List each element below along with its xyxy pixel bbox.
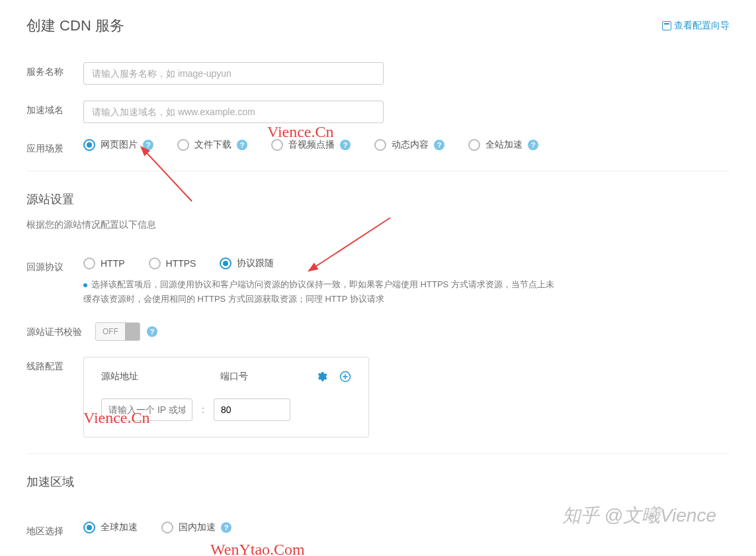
help-icon[interactable]: ? bbox=[434, 140, 444, 150]
radio-icon bbox=[271, 139, 283, 151]
radio-icon bbox=[83, 139, 95, 151]
protocol-option-label: 协议跟随 bbox=[237, 257, 274, 269]
scenario-option-file-download[interactable]: 文件下载 ? bbox=[177, 139, 247, 151]
scenario-option-label: 文件下载 bbox=[194, 139, 231, 151]
cert-verify-label: 源站证书校验 bbox=[26, 322, 95, 338]
gear-icon[interactable] bbox=[315, 371, 327, 383]
config-guide-link[interactable]: 查看配置向导 bbox=[662, 20, 730, 32]
scenario-option-label: 全站加速 bbox=[485, 139, 523, 151]
protocol-option-label: HTTP bbox=[101, 258, 125, 269]
scenario-option-label: 网页图片 bbox=[101, 139, 138, 151]
config-guide-label: 查看配置向导 bbox=[674, 20, 730, 32]
help-icon[interactable]: ? bbox=[143, 140, 153, 150]
radio-icon bbox=[83, 522, 95, 533]
protocol-option-http[interactable]: HTTP bbox=[83, 257, 125, 269]
route-panel: 源站地址 端口号 : bbox=[83, 357, 369, 438]
region-option-label: 国内加速 bbox=[179, 522, 216, 533]
region-label: 地区选择 bbox=[26, 522, 83, 537]
scenario-option-dynamic[interactable]: 动态内容 ? bbox=[374, 139, 444, 151]
service-name-input[interactable] bbox=[83, 62, 384, 85]
help-icon[interactable]: ? bbox=[237, 140, 247, 150]
help-icon[interactable]: ? bbox=[147, 326, 157, 337]
colon-separator: : bbox=[202, 404, 204, 415]
plus-icon[interactable] bbox=[339, 371, 351, 383]
watermark: WenYtao.Com bbox=[210, 541, 305, 556]
page-title: 创建 CDN 服务 bbox=[26, 16, 124, 36]
divider bbox=[26, 453, 730, 454]
scenario-option-fullsite[interactable]: 全站加速 ? bbox=[468, 139, 538, 151]
cert-verify-toggle[interactable]: OFF bbox=[95, 322, 140, 341]
protocol-option-https[interactable]: HTTPS bbox=[149, 257, 196, 269]
region-section-title: 加速区域 bbox=[26, 474, 730, 490]
route-port-input[interactable] bbox=[214, 398, 290, 421]
region-option-domestic[interactable]: 国内加速 ? bbox=[161, 522, 231, 533]
route-label: 线路配置 bbox=[26, 357, 83, 373]
protocol-label: 回源协议 bbox=[26, 257, 83, 273]
origin-section-desc: 根据您的源站情况配置以下信息 bbox=[26, 219, 730, 231]
toggle-knob bbox=[125, 323, 140, 340]
toggle-state-label: OFF bbox=[96, 327, 125, 336]
scenario-option-web-image[interactable]: 网页图片 ? bbox=[83, 139, 153, 151]
help-icon[interactable]: ? bbox=[340, 140, 351, 150]
radio-icon bbox=[161, 522, 173, 533]
help-icon[interactable]: ? bbox=[221, 522, 231, 533]
route-col-addr: 源站地址 bbox=[101, 371, 220, 383]
domain-label: 加速域名 bbox=[26, 101, 83, 116]
origin-section-title: 源站设置 bbox=[26, 191, 730, 207]
protocol-hint: 选择该配置项后，回源使用协议和客户端访问资源的协议保持一致，即如果客户端使用 H… bbox=[83, 277, 560, 306]
domain-input[interactable] bbox=[83, 101, 384, 123]
scenario-option-av-vod[interactable]: 音视频点播 ? bbox=[271, 139, 351, 151]
radio-icon bbox=[149, 257, 161, 269]
region-option-global[interactable]: 全球加速 bbox=[83, 522, 138, 533]
radio-icon bbox=[83, 257, 95, 269]
protocol-option-label: HTTPS bbox=[166, 258, 196, 269]
watermark: Vience.Cn bbox=[267, 123, 334, 141]
service-name-label: 服务名称 bbox=[26, 62, 83, 78]
divider bbox=[26, 171, 730, 171]
radio-icon bbox=[177, 139, 189, 151]
radio-icon bbox=[220, 257, 231, 269]
help-icon[interactable]: ? bbox=[528, 140, 538, 150]
scenario-option-label: 动态内容 bbox=[392, 139, 429, 151]
scenario-label: 应用场景 bbox=[26, 139, 83, 155]
radio-icon bbox=[468, 139, 480, 151]
route-col-port: 端口号 bbox=[220, 371, 293, 383]
scenario-option-label: 音视频点播 bbox=[288, 139, 335, 151]
protocol-option-follow[interactable]: 协议跟随 bbox=[220, 257, 274, 269]
region-option-label: 全球加速 bbox=[101, 522, 138, 533]
radio-icon bbox=[374, 139, 386, 151]
route-ip-input[interactable] bbox=[101, 398, 192, 421]
guide-icon bbox=[662, 21, 671, 30]
bullet-icon bbox=[83, 283, 87, 287]
